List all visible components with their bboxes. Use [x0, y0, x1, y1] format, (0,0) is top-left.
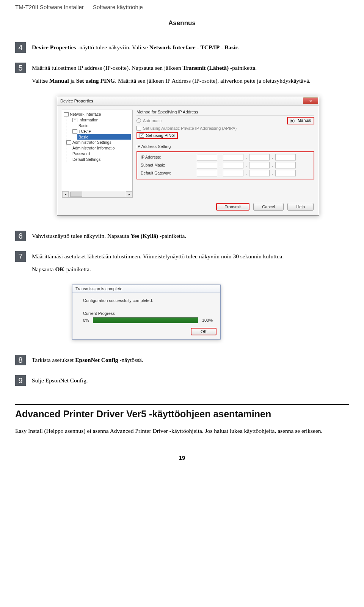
- step-number-6: 6: [15, 231, 26, 241]
- method-label: Method for Specifying IP Address: [136, 110, 314, 114]
- mask-octet-input[interactable]: [249, 162, 270, 168]
- gw-octet-input[interactable]: [275, 170, 296, 176]
- mask-octet-input[interactable]: [275, 162, 296, 168]
- header-right: Software käyttöohje: [93, 4, 143, 10]
- tree-collapse-icon[interactable]: −: [64, 112, 69, 116]
- page-header: TM-T20II Software InstallerSoftware käyt…: [15, 4, 349, 10]
- dialog-titlebar: Device Properties ✕: [57, 96, 319, 106]
- scroll-right-icon[interactable]: ▸: [126, 191, 132, 197]
- ip-setting-highlight: IP Address: . . . Subnet Mask: [136, 151, 314, 179]
- transmission-dialog: Transmission is complete. Configuration …: [72, 285, 221, 340]
- step-number-4: 4: [15, 42, 26, 53]
- checkbox-set-ping[interactable]: ✓: [140, 133, 144, 138]
- radio-manual[interactable]: [290, 119, 295, 123]
- step-9-text: Sulje EpsonNet Config.: [32, 375, 349, 389]
- progress-100: 100%: [202, 318, 213, 322]
- progress-label: Current Progress: [83, 311, 213, 316]
- advanced-driver-paragraph: Easy Install (Helppo asennus) ei asenna …: [15, 426, 349, 436]
- transmit-button[interactable]: Transmit: [216, 203, 249, 211]
- device-properties-dialog: Device Properties ✕ −Network Interface −…: [57, 96, 319, 215]
- mask-octet-input[interactable]: [223, 162, 243, 168]
- cancel-button[interactable]: Cancel: [253, 203, 284, 211]
- step-number-5: 5: [15, 63, 26, 73]
- ip-octet-input[interactable]: [275, 154, 296, 160]
- ip-octet-input[interactable]: [249, 154, 270, 160]
- mask-octet-input[interactable]: [197, 162, 217, 168]
- tree-pane[interactable]: −Network Interface −Information Basic −T…: [62, 110, 133, 198]
- checkbox-apipa[interactable]: [136, 126, 141, 131]
- header-left: TM-T20II Software Installer: [15, 4, 84, 10]
- step-number-8: 8: [15, 355, 26, 365]
- manual-option-highlight: Manual: [287, 117, 314, 124]
- step-number-9: 9: [15, 375, 26, 386]
- tree-collapse-icon[interactable]: −: [66, 140, 71, 145]
- close-icon[interactable]: ✕: [303, 97, 318, 104]
- progress-0: 0%: [83, 318, 89, 322]
- gw-octet-input[interactable]: [249, 170, 270, 176]
- tree-collapse-icon[interactable]: −: [72, 118, 77, 122]
- dialog-title: Device Properties: [60, 99, 93, 103]
- gw-octet-input[interactable]: [223, 170, 243, 176]
- gw-octet-input[interactable]: [197, 170, 217, 176]
- tree-item-basic-selected[interactable]: Basic: [77, 134, 131, 140]
- ok-button[interactable]: OK: [191, 328, 217, 335]
- help-button[interactable]: Help: [287, 203, 314, 211]
- horizontal-scrollbar[interactable]: ◂ ▸: [62, 191, 132, 197]
- section-title: Asennus: [15, 19, 349, 27]
- step-5-text: Määritä tulostimen IP address (IP-osoite…: [32, 63, 349, 89]
- step-7-text: Määrittämäsi asetukset lähetetään tulost…: [32, 251, 349, 278]
- ip-setting-label: IP Address Setting: [136, 144, 314, 149]
- ip-octet-input[interactable]: [197, 154, 217, 160]
- page-number: 19: [15, 454, 349, 461]
- step-8-text: Tarkista asetukset EpsonNet Config -näyt…: [32, 355, 349, 368]
- scroll-left-icon[interactable]: ◂: [62, 191, 69, 197]
- progress-bar: [93, 317, 198, 323]
- scroll-thumb[interactable]: [70, 192, 82, 197]
- transmission-message: Configuration successfully completed.: [83, 298, 213, 303]
- step-4-text: Device Properties -näyttö tulee näkyviin…: [32, 42, 349, 56]
- transmission-title: Transmission is complete.: [72, 285, 220, 293]
- tree-collapse-icon[interactable]: −: [72, 129, 77, 134]
- ip-octet-input[interactable]: [223, 154, 243, 160]
- set-ping-highlight: ✓ Set using PING: [136, 132, 178, 139]
- step-6-text: Vahvistusnäyttö tulee näkyviin. Napsauta…: [32, 231, 349, 244]
- radio-automatic[interactable]: [136, 118, 141, 123]
- step-number-7: 7: [15, 251, 26, 262]
- heading-advanced-driver: Advanced Printer Driver Ver5 -käyttöohje…: [15, 404, 349, 420]
